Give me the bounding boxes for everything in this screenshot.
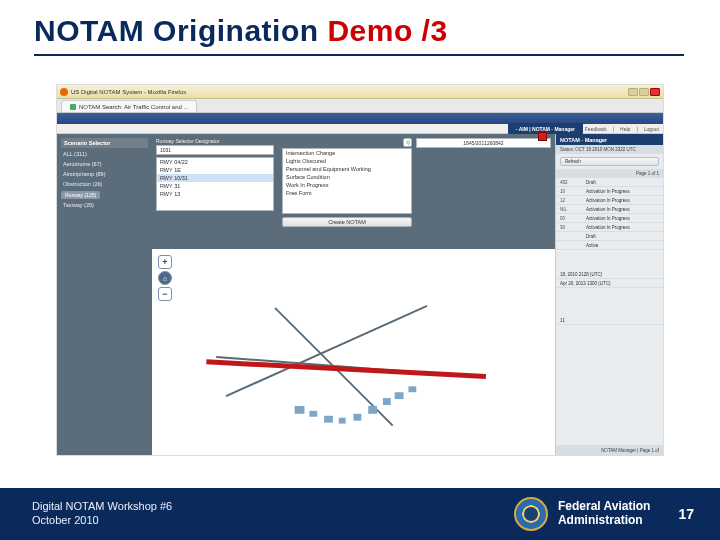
faa-seal-icon [514, 497, 548, 531]
table-row: 00Activation In Progress [556, 214, 663, 223]
scenario-item[interactable]: Airstrip/ramp (89) [61, 170, 148, 178]
faa-label: Federal Aviation Administration [558, 500, 650, 528]
panel-status: Status: OCT 18 2010 MON 2322 UTC [556, 145, 663, 154]
close-button[interactable] [650, 88, 660, 96]
table-row: Active [556, 241, 663, 250]
svg-line-0 [226, 306, 427, 396]
page-number: 17 [678, 506, 694, 522]
scenario-item-selected[interactable]: Runway (125) [61, 191, 100, 199]
list-item[interactable]: RWY 04/22 [157, 158, 273, 166]
search-icon[interactable]: ⚲ [403, 138, 412, 147]
table-row: 12Activation In Progress [556, 196, 663, 205]
notam-manager-panel: NOTAM - Manager Status: OCT 18 2010 MON … [555, 134, 663, 455]
selector-panel: Runway Selector Designator 1031 RWY 04/2… [152, 134, 555, 249]
scenario-item[interactable]: ALL (311) [61, 150, 148, 158]
value-row: 11 [556, 316, 663, 325]
airport-map[interactable]: + ⌂ − [152, 249, 555, 455]
code-column: 1845/2011260842 [416, 138, 551, 245]
scenario-header: Scenario Selector [61, 138, 148, 148]
runway-diagram [152, 249, 555, 455]
firefox-icon [60, 88, 68, 96]
svg-rect-4 [309, 411, 317, 417]
selected-runway [206, 362, 486, 377]
pager-top: Page 1 of 1 [556, 169, 663, 178]
notam-code: 1845/2011260842 [416, 138, 551, 148]
list-item[interactable]: Surface Condition [283, 173, 411, 181]
tab-label: NOTAM Search: Air Traffic Control and ..… [79, 104, 188, 110]
list-item[interactable]: RWY 31 [157, 182, 273, 190]
app-screenshot: US Digital NOTAM System - Mozilla Firefo… [56, 84, 664, 456]
max-button[interactable] [639, 88, 649, 96]
svg-rect-7 [354, 414, 362, 421]
list-item[interactable]: RWY 1E [157, 166, 273, 174]
scenario-item[interactable]: Obstruction (26) [61, 180, 148, 188]
footer-left: Digital NOTAM Workshop #6 October 2010 [0, 500, 172, 528]
meta-row: 18, 2010 2128 (UTC) [556, 270, 663, 279]
slide-footer: Digital NOTAM Workshop #6 October 2010 F… [0, 488, 720, 540]
title-underline [34, 54, 684, 56]
svg-rect-10 [395, 392, 404, 399]
scenario-selector: Scenario Selector ALL (311) Aerodrome (6… [57, 134, 152, 455]
browser-titlebar: US Digital NOTAM System - Mozilla Firefo… [57, 85, 663, 99]
link-feedback[interactable]: Feedback [585, 126, 607, 132]
scenario-item[interactable]: Aerodrome (67) [61, 160, 148, 168]
type-list[interactable]: Intersection Change Lights Obscured Pers… [282, 148, 412, 214]
title-main: NOTAM Origination [34, 14, 319, 47]
runway-list[interactable]: RWY 04/22 RWY 1E RWY 10/31 RWY 31 RWY 13 [156, 157, 274, 211]
statusbar: NOTAM Manager | Page 1 of [556, 445, 663, 455]
title-accent: Demo /3 [319, 14, 448, 47]
table-row: 10Activation In Progress [556, 187, 663, 196]
link-help[interactable]: Help [620, 126, 630, 132]
list-item[interactable]: Personnel and Equipment Working [283, 165, 411, 173]
table-row: Draft [556, 232, 663, 241]
link-logout[interactable]: Logout [644, 126, 659, 132]
svg-rect-8 [368, 406, 377, 414]
svg-rect-9 [383, 398, 391, 405]
create-notam-button[interactable]: Create NOTAM [282, 217, 412, 227]
scenario-type-selector: ⚲ Intersection Change Lights Obscured Pe… [282, 138, 412, 245]
meta-row: Apr 20, 2013 1300 (UTC) [556, 279, 663, 288]
slide-title: NOTAM Origination Demo /3 [0, 0, 720, 54]
runway-selector: Runway Selector Designator 1031 RWY 04/2… [156, 138, 274, 245]
svg-rect-3 [295, 406, 305, 414]
footer-line1: Digital NOTAM Workshop #6 [32, 500, 172, 514]
svg-rect-5 [324, 416, 333, 423]
list-item[interactable]: Work In Progress [283, 181, 411, 189]
browser-tabs: NOTAM Search: Air Traffic Control and ..… [57, 99, 663, 113]
list-item-selected[interactable]: RWY 10/31 [157, 174, 273, 182]
list-item[interactable]: Lights Obscured [283, 157, 411, 165]
footer-line2: October 2010 [32, 514, 172, 528]
table-row: NILActivation In Progress [556, 205, 663, 214]
active-tab[interactable]: NOTAM Search: Air Traffic Control and ..… [61, 100, 197, 112]
tab-favicon [70, 104, 76, 110]
min-button[interactable] [628, 88, 638, 96]
list-item[interactable]: Intersection Change [283, 149, 411, 157]
scenario-item[interactable]: Taxiway (29) [61, 201, 148, 209]
svg-rect-11 [408, 386, 416, 392]
table-row: 30Activation In Progress [556, 223, 663, 232]
panel-title: NOTAM - Manager [556, 134, 663, 145]
close-panel-icon[interactable] [538, 132, 547, 141]
list-item[interactable]: Free Form [283, 189, 411, 197]
runway-input[interactable]: 1031 [156, 145, 274, 155]
runway-label: Runway Selector Designator [156, 138, 274, 144]
svg-rect-6 [339, 418, 346, 424]
list-item[interactable]: RWY 13 [157, 190, 273, 198]
table-row: 482Draft [556, 178, 663, 187]
refresh-button[interactable]: Refresh [560, 157, 659, 166]
window-title: US Digital NOTAM System - Mozilla Firefo… [71, 89, 186, 95]
header-links: - AIM | NOTAM - Manager References| Feed… [57, 124, 663, 134]
